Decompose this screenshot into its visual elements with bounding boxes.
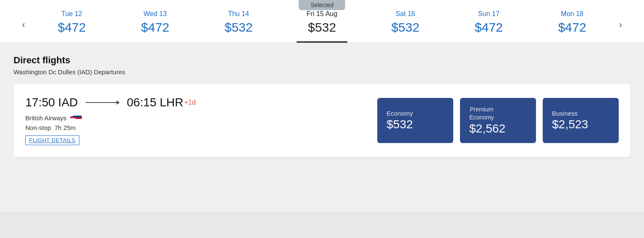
fare-class-label: Economy	[387, 110, 413, 117]
next-arrow-button[interactable]: ›	[614, 16, 627, 34]
flight-info: 17:50 IAD 06:15 LHR +1d British Airways	[25, 96, 360, 145]
date-day-label: Wed 13	[143, 10, 167, 18]
fare-price-label: $532	[387, 118, 413, 131]
date-price: $532	[225, 20, 253, 35]
date-price: $472	[58, 20, 86, 35]
date-price: $532	[308, 20, 336, 35]
airline-name: British Airways	[25, 114, 67, 122]
main-content: Direct flights Washington Dc Dulles (IAD…	[0, 43, 644, 212]
depart-code: IAD	[55, 96, 78, 109]
date-day-label: Thu 14	[228, 10, 249, 18]
arrive-time: 06:15	[127, 96, 157, 109]
date-day-label: Mon 18	[561, 10, 583, 18]
fare-class-label: PremiumEconomy	[469, 105, 494, 121]
fare-button-business[interactable]: Business$2,523	[543, 98, 619, 143]
svg-rect-1	[73, 116, 82, 117]
date-item-sun17[interactable]: Sun 17$472	[463, 7, 514, 43]
date-price: $472	[558, 20, 586, 35]
section-title: Direct flights	[14, 55, 630, 66]
arrive-code: LHR	[157, 96, 184, 109]
date-price: $472	[475, 20, 503, 35]
date-item-wed13[interactable]: Wed 13$472	[130, 7, 181, 43]
date-item-sat16[interactable]: Sat 16$532	[380, 7, 431, 43]
fare-button-premium-economy[interactable]: PremiumEconomy$2,562	[460, 98, 536, 143]
date-price: $472	[141, 20, 169, 35]
fare-button-economy[interactable]: Economy$532	[377, 98, 453, 143]
flight-route: 17:50 IAD 06:15 LHR +1d	[25, 96, 360, 109]
ba-logo-icon	[70, 114, 89, 122]
flight-arrow	[86, 102, 119, 103]
flight-details-link[interactable]: FLIGHT DETAILS	[25, 135, 79, 145]
airline-row: British Airways	[25, 114, 360, 122]
selected-badge: Selected	[299, 0, 345, 10]
date-price: $532	[391, 20, 419, 35]
fare-price-label: $2,562	[469, 122, 506, 135]
fare-options: Economy$532PremiumEconomy$2,562Business$…	[377, 98, 619, 143]
date-items: Tue 12$472Wed 13$472Thu 14$532Fri 15 Aug…	[30, 7, 614, 43]
date-item-fri15[interactable]: Fri 15 Aug$532	[297, 7, 347, 43]
date-item-mon18[interactable]: Mon 18$472	[547, 7, 598, 43]
section-subtitle: Washington Dc Dulles (IAD) Departures	[14, 68, 630, 76]
depart-time: 17:50	[25, 96, 55, 109]
date-item-thu14[interactable]: Thu 14$532	[213, 7, 264, 43]
arrow-line	[86, 102, 119, 103]
fare-price-label: $2,523	[552, 118, 588, 131]
date-item-tue12[interactable]: Tue 12$472	[46, 7, 97, 43]
prev-arrow-button[interactable]: ‹	[17, 16, 30, 34]
date-day-label: Sun 17	[478, 10, 500, 18]
date-day-label: Tue 12	[62, 10, 82, 18]
svg-rect-2	[75, 117, 82, 119]
flight-card: 17:50 IAD 06:15 LHR +1d British Airways	[14, 84, 630, 157]
flight-meta: Non-stop 7h 25m	[25, 124, 360, 131]
fare-class-label: Business	[552, 110, 578, 117]
date-day-label: Sat 16	[395, 10, 415, 18]
next-day-badge: +1d	[184, 99, 195, 106]
date-selector-wrapper: Selected ‹ Tue 12$472Wed 13$472Thu 14$53…	[0, 0, 644, 43]
date-day-label: Fri 15 Aug	[306, 10, 337, 18]
